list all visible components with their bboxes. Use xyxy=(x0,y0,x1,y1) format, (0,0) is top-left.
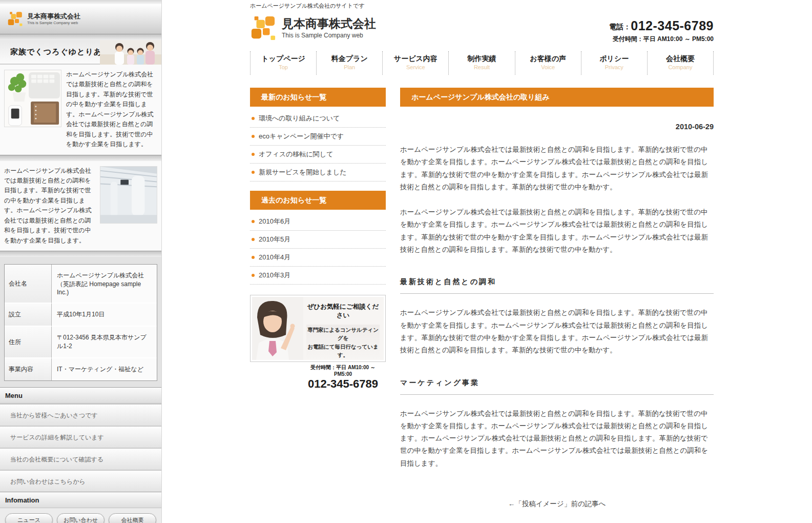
company-info-table: 会社名 ホームページサンプル株式会社 （英語表記 Homepage sample… xyxy=(4,264,157,381)
main-nav: トップページ Top 料金プラン Plan サービス内容 Service 制作実… xyxy=(250,51,714,75)
contact-banner-phone: 012-345-6789 xyxy=(306,377,380,391)
office-hours: 受付時間：平日 AM10:00 ～ PM5:00 xyxy=(609,35,714,44)
list-item[interactable]: ecoキャンペーン開催中です xyxy=(250,128,386,146)
company-logo-icon xyxy=(250,15,276,41)
article-paragraph: ホームページサンプル株式会社では最新技術と自然との調和を目指します。革新的な技術… xyxy=(400,144,714,193)
sidebar-button-row: ニュース お問い合わせ 会社概要 xyxy=(0,508,161,523)
company-name: 見本商事株式会社 xyxy=(282,17,376,30)
table-row: 事業内容 IT・マーケティング・福祉など xyxy=(5,358,157,380)
sidebar: 見本商事株式会社 This is Sample Company web 家族でく… xyxy=(0,0,162,523)
article: ホームページサンプル株式会社の取り組み 2010-06-29 ホームページサンプ… xyxy=(400,88,714,509)
article-subheading-tech: 最新技術と自然との調和 xyxy=(400,277,714,294)
family-photo xyxy=(100,40,161,65)
main-header: 見本商事株式会社 This is Sample Company web 電話：0… xyxy=(250,15,714,47)
company-table-value: 〒012-3456 見本県見本市サンプル1-2 xyxy=(52,327,157,358)
sidebar-divider xyxy=(0,34,161,40)
previous-article-link[interactable]: ←「投稿イメージ」前の記事へ xyxy=(400,499,714,509)
list-item[interactable]: 環境への取り組みについて xyxy=(250,110,386,128)
sidebar-divider xyxy=(0,251,161,257)
company-tagline: This is Sample Company web xyxy=(282,32,376,39)
archive-news-list: 2010年6月 2010年5月 2010年4月 2010年3月 xyxy=(250,213,386,285)
company-table-label: 会社名 xyxy=(5,265,52,304)
list-item[interactable]: 新規サービスを開始しました xyxy=(250,164,386,182)
sidebar-item-contact[interactable]: お問い合わせはこちらから xyxy=(0,470,161,492)
article-date: 2010-06-29 xyxy=(400,123,714,131)
company-table-label: 設立 xyxy=(5,304,52,327)
news-button[interactable]: ニュース xyxy=(5,513,53,523)
article-subheading-marketing: マーケティング事業 xyxy=(400,378,714,395)
company-table-label: 事業内容 xyxy=(5,358,52,380)
contact-banner-hours: 受付時間：平日 AM10:00 ～ PM5:00 xyxy=(306,364,380,377)
contact-button[interactable]: お問い合わせ xyxy=(57,513,105,523)
consultant-photo xyxy=(252,297,303,360)
main-area: ホームページサンプル株式会社のサイトです 見本商事株式会社 This is Sa… xyxy=(162,0,812,523)
list-item[interactable]: 2010年4月 xyxy=(250,249,386,267)
sidebar-company-tagline: This is Sample Company web xyxy=(27,21,80,25)
latest-news-list: 環境への取り組みについて ecoキャンペーン開催中です オフィスの移転に関して … xyxy=(250,110,386,182)
nav-item-voice[interactable]: お客様の声 Voice xyxy=(515,51,581,75)
article-paragraph: ホームページサンプル株式会社では最新技術と自然との調和を目指します。革新的な技術… xyxy=(400,307,714,356)
nav-item-company[interactable]: 会社概要 Company xyxy=(647,51,714,75)
article-paragraph: ホームページサンプル株式会社では最新技術と自然との調和を目指します。革新的な技術… xyxy=(400,206,714,256)
company-logo-icon xyxy=(7,11,23,27)
list-item[interactable]: 2010年6月 xyxy=(250,213,386,231)
sidebar-company-name: 見本商事株式会社 xyxy=(27,13,80,20)
contact-banner-desc: 専門家によるコンサルティングを お電話にて毎日行なっています。 xyxy=(306,325,380,360)
sidebar-intro-text-1: ホームページサンプル株式会社では最新技術と自然との調和を目指します。革新的な技術… xyxy=(66,70,157,150)
latest-news-header: 最新のお知らせ一覧 xyxy=(250,88,386,107)
article-paragraph: ホームページサンプル株式会社では最新技術と自然との調和を目指します。革新的な技術… xyxy=(400,408,714,470)
contact-banner[interactable]: ぜひお気軽にご相談ください 専門家によるコンサルティングを お電話にて毎日行なっ… xyxy=(250,295,386,362)
nav-item-result[interactable]: 制作実績 Result xyxy=(448,51,514,75)
sidebar-divider xyxy=(0,155,161,161)
sidebar-item-greeting[interactable]: 当社から皆様へごあいさつです xyxy=(0,404,161,426)
contact-banner-title: ぜひお気軽にご相談ください xyxy=(306,303,380,320)
phone-box: 電話：012-345-6789 受付時間：平日 AM10:00 ～ PM5:00 xyxy=(609,18,714,44)
table-row: 設立 平成10年1月10日 xyxy=(5,304,157,327)
company-table-value: ホームページサンプル株式会社 （英語表記 Homepage sample Inc… xyxy=(52,265,157,304)
sidebar-menu-header: Menu xyxy=(0,387,161,404)
nav-item-service[interactable]: サービス内容 Service xyxy=(382,51,448,75)
sidebar-infomation-header: Infomation xyxy=(0,492,161,508)
office-interior-photo xyxy=(100,166,157,224)
sidebar-top-strip xyxy=(0,0,161,4)
sidebar-item-company[interactable]: 当社の会社概要について確認する xyxy=(0,448,161,470)
phone-label: 電話： xyxy=(609,23,631,31)
site-note: ホームページサンプル株式会社のサイトです xyxy=(250,0,714,10)
company-table-label: 住所 xyxy=(5,327,52,358)
sidebar-logo[interactable]: 見本商事株式会社 This is Sample Company web xyxy=(0,4,161,34)
sidebar-banner: 家族でくつろぐゆとりある空間 xyxy=(0,40,161,65)
sidebar-intro-block-2: ホームページサンプル株式会社では最新技術と自然との調和を目指します。革新的な技術… xyxy=(0,161,161,251)
list-item[interactable]: 2010年3月 xyxy=(250,267,386,285)
contact-banner-text: ぜひお気軽にご相談ください 専門家によるコンサルティングを お電話にて毎日行なっ… xyxy=(303,297,384,360)
nav-item-top[interactable]: トップページ Top xyxy=(250,51,316,75)
nav-item-privacy[interactable]: ポリシー Privacy xyxy=(581,51,647,75)
list-item[interactable]: オフィスの移転に関して xyxy=(250,146,386,164)
sidebar-intro-text-2: ホームページサンプル株式会社では最新技術と自然との調和を目指します。革新的な技術… xyxy=(4,166,95,246)
archive-news-header: 過去のお知らせ一覧 xyxy=(250,191,386,210)
table-row: 住所 〒012-3456 見本県見本市サンプル1-2 xyxy=(5,327,157,358)
nav-item-plan[interactable]: 料金プラン Plan xyxy=(316,51,382,75)
table-row: 会社名 ホームページサンプル株式会社 （英語表記 Homepage sample… xyxy=(5,265,157,304)
sidebar-intro-block-1: ホームページサンプル株式会社では最新技術と自然との調和を目指します。革新的な技術… xyxy=(0,65,161,155)
phone-number: 012-345-6789 xyxy=(631,18,714,33)
list-item[interactable]: 2010年5月 xyxy=(250,231,386,249)
sidebar-item-service[interactable]: サービスの詳細を解説しています xyxy=(0,426,161,448)
company-overview-button[interactable]: 会社概要 xyxy=(109,513,156,523)
article-title-bar: ホームページサンプル株式会社の取り組み xyxy=(400,88,714,107)
news-column: 最新のお知らせ一覧 環境への取り組みについて ecoキャンペーン開催中です オフ… xyxy=(250,88,386,509)
company-table-value: 平成10年1月10日 xyxy=(52,304,157,327)
company-table-value: IT・マーケティング・福祉など xyxy=(52,358,157,380)
desk-plant-photo xyxy=(4,70,61,127)
